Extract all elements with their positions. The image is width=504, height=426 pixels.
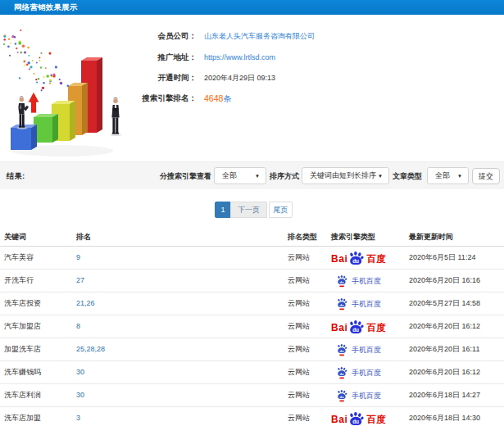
rank-type-cell: 云网站 <box>284 338 327 360</box>
engine-type-cell: Bai du 百度 <box>327 246 405 269</box>
svg-text:du: du <box>340 349 345 353</box>
baidu-pc-logo: Bai du 百度 <box>331 320 387 333</box>
engine-type-cell: du 手机百度 <box>327 383 405 406</box>
col-keyword: 关键词 <box>0 227 72 246</box>
rank-link[interactable]: 25,28,28 <box>76 345 105 353</box>
next-page-button[interactable]: 下一页 <box>230 202 267 218</box>
promotion-url-link[interactable]: https://www.lrtlsd.com <box>204 53 275 61</box>
rank-cell: 30 <box>72 383 284 406</box>
keyword-cell: 洗车店加盟 <box>0 406 72 426</box>
rank-cell: 3 <box>72 406 284 426</box>
updated-cell: 2020年6月20日 16:12 <box>405 360 504 383</box>
rank-cell: 8 <box>72 315 284 338</box>
engine-filter-label: 分搜索引擎查看 <box>160 171 211 182</box>
engine-type-cell: du 手机百度 <box>327 360 405 383</box>
rank-type-cell: 云网站 <box>284 360 327 383</box>
baidu-paw-icon: du <box>338 275 347 287</box>
confetti-dots <box>3 29 69 91</box>
submit-button[interactable]: 提交 <box>472 168 500 184</box>
engine-select-value: 全部 <box>222 170 237 181</box>
rank-link[interactable]: 21,26 <box>76 299 95 307</box>
baidu-mobile-logo: du 手机百度 <box>337 296 386 310</box>
engine-type-cell: du 手机百度 <box>327 338 405 360</box>
engine-type-cell: Bai du 百度 <box>327 315 405 338</box>
rank-type-cell: 云网站 <box>284 383 327 406</box>
svg-text:du: du <box>352 326 359 332</box>
svg-text:du: du <box>352 418 359 424</box>
baidu-paw-icon: du <box>338 390 347 401</box>
svg-text:手机百度: 手机百度 <box>352 392 381 400</box>
pagination: 1 下一页 尾页 <box>215 202 293 218</box>
baidu-paw-icon: du <box>350 320 365 333</box>
article-type-select[interactable]: 全部 ▼ <box>427 167 469 184</box>
updated-cell: 2020年6月18日 14:27 <box>405 383 504 406</box>
keyword-ranking-table: 关键词 排名 排名类型 搜索引擎类型 最新更新时间 汽车美容9云网站 Bai d… <box>0 227 504 426</box>
sort-select[interactable]: 关键词由短到长排序 ▼ <box>302 167 389 184</box>
col-engine-type: 搜索引擎类型 <box>327 227 405 246</box>
keyword-cell: 洗车店利润 <box>0 383 72 406</box>
engine-type-cell: Bai du 百度 <box>327 406 405 426</box>
rank-count-unit: 条 <box>223 94 231 103</box>
baidu-paw-icon: du <box>338 344 347 356</box>
svg-text:du: du <box>340 303 345 307</box>
keyword-cell: 洗车店投资 <box>0 292 72 315</box>
table-row: 洗车店利润30云网站 du 手机百度 2020年6月18日 14:27 <box>0 383 504 406</box>
baidu-paw-icon: du <box>350 252 365 265</box>
chevron-down-icon: ▼ <box>457 174 462 179</box>
keyword-cell: 汽车加盟店 <box>0 315 72 338</box>
table-row: 洗车赚钱吗30云网站 du 手机百度 2020年6月20日 16:12 <box>0 360 504 383</box>
rank-link[interactable]: 27 <box>76 276 84 284</box>
keyword-cell: 加盟洗车店 <box>0 338 72 360</box>
rank-type-cell: 云网站 <box>284 315 327 338</box>
article-type-select-value: 全部 <box>435 170 450 181</box>
open-time-label: 开通时间： <box>97 73 197 84</box>
svg-text:百度: 百度 <box>366 321 387 332</box>
rank-cell: 30 <box>72 360 284 383</box>
engine-select[interactable]: 全部 ▼ <box>214 167 266 184</box>
col-rank-type: 排名类型 <box>284 227 327 246</box>
keyword-cell: 汽车美容 <box>0 246 72 269</box>
table-row: 洗车店投资21,26云网站 du 手机百度 2020年5月27日 14:58 <box>0 292 504 315</box>
open-time-value: 2020年4月29日 09:13 <box>204 73 275 84</box>
company-label: 会员公司： <box>97 31 197 42</box>
keyword-cell: 洗车赚钱吗 <box>0 360 72 383</box>
table-row: 汽车美容9云网站 Bai du 百度 2020年6月5日 11:24 <box>0 246 504 269</box>
rank-link[interactable]: 8 <box>76 322 80 330</box>
rank-link[interactable]: 30 <box>76 368 84 376</box>
svg-text:du: du <box>340 395 345 399</box>
col-updated: 最新更新时间 <box>405 227 504 246</box>
col-rank: 排名 <box>72 227 284 246</box>
svg-text:百度: 百度 <box>366 413 387 424</box>
rank-link[interactable]: 30 <box>76 391 84 399</box>
table-row: 加盟洗车店25,28,28云网站 du 手机百度 2020年6月20日 16:1… <box>0 338 504 360</box>
baidu-mobile-logo: du 手机百度 <box>337 365 386 379</box>
company-link[interactable]: 山东老人头汽车服务咨询有限公司 <box>204 31 315 42</box>
table-row: 开洗车行27云网站 du 手机百度 2020年6月20日 16:16 <box>0 269 504 292</box>
last-page-button[interactable]: 尾页 <box>269 202 293 218</box>
svg-text:手机百度: 手机百度 <box>352 369 381 377</box>
rank-type-cell: 云网站 <box>284 406 327 426</box>
baidu-mobile-logo: du 手机百度 <box>337 273 386 288</box>
updated-cell: 2020年6月20日 16:16 <box>405 269 504 292</box>
sort-label: 排序方式 <box>270 171 299 182</box>
svg-text:Bai: Bai <box>331 321 347 333</box>
svg-text:Bai: Bai <box>331 413 347 424</box>
rank-cell: 9 <box>72 246 284 269</box>
svg-text:du: du <box>340 280 345 284</box>
rank-link[interactable]: 9 <box>76 253 80 261</box>
rank-link[interactable]: 3 <box>76 414 80 422</box>
table-header-row: 关键词 排名 排名类型 搜索引擎类型 最新更新时间 <box>0 227 504 246</box>
rank-count-number: 4648 <box>204 93 223 103</box>
svg-text:手机百度: 手机百度 <box>352 346 381 354</box>
page-1-button[interactable]: 1 <box>215 202 231 218</box>
result-label: 结果: <box>7 171 25 182</box>
updated-cell: 2020年6月20日 16:12 <box>405 315 504 338</box>
updated-cell: 2020年6月5日 11:24 <box>405 246 504 269</box>
svg-text:百度: 百度 <box>366 252 387 263</box>
keyword-cell: 开洗车行 <box>0 269 72 292</box>
baidu-pc-logo: Bai du 百度 <box>331 251 387 265</box>
rank-count-value: 4648条 <box>204 93 231 105</box>
baidu-paw-icon: du <box>338 367 347 378</box>
baidu-paw-icon: du <box>338 298 347 310</box>
baidu-paw-icon: du <box>350 412 365 425</box>
